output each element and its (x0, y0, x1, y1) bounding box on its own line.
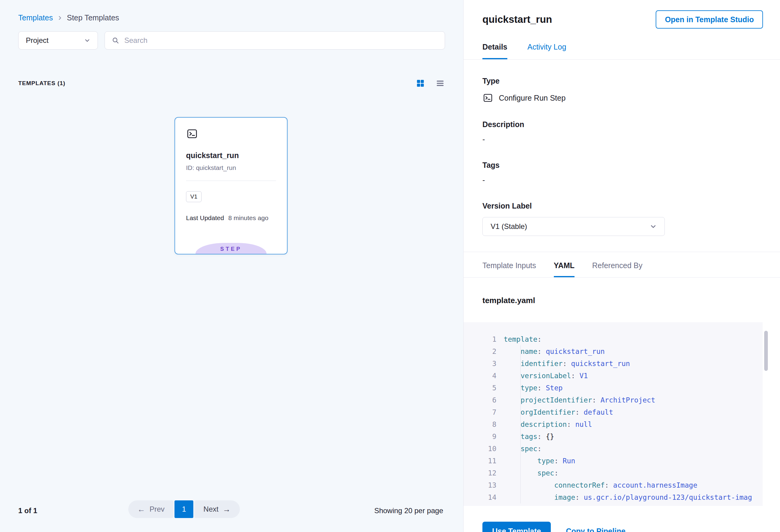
list-header: TEMPLATES (1) (18, 79, 445, 88)
code-line: 8 description: null (464, 418, 769, 430)
card-divider (186, 181, 276, 181)
list-view-icon[interactable] (435, 79, 445, 88)
details-footer: Use Template Copy to Pipeline (482, 522, 763, 532)
open-template-studio-button[interactable]: Open in Template Studio (656, 10, 763, 29)
description-label: Description (482, 120, 763, 129)
details-title: quickstart_run (482, 14, 552, 25)
code-line: 5 type: Step (464, 382, 769, 394)
templates-count-label: TEMPLATES (1) (18, 80, 65, 87)
tab-referenced-by[interactable]: Referenced By (592, 261, 642, 277)
code-line: 4 versionLabel: V1 (464, 370, 769, 382)
search-icon (111, 37, 119, 44)
code-line: 2 name: quickstart_run (464, 345, 769, 357)
last-updated-value: 8 minutes ago (228, 214, 269, 222)
arrow-left-icon: ← (137, 505, 145, 513)
version-label: Version Label (482, 201, 763, 210)
code-line: 9 tags: {} (464, 430, 769, 443)
prev-label: Prev (150, 505, 164, 514)
code-line: 3 identifier: quickstart_run (464, 357, 769, 370)
code-scrollbar-thumb[interactable] (764, 331, 768, 371)
type-row: Configure Run Step (482, 93, 763, 103)
chevron-down-icon (650, 223, 656, 230)
next-page-button[interactable]: Next → (194, 500, 240, 518)
template-details-panel: quickstart_run Open in Template Studio D… (463, 0, 780, 532)
template-card-title: quickstart_run (186, 151, 276, 160)
description-value: - (482, 135, 763, 144)
tags-value: - (482, 176, 763, 185)
yaml-filename: template.yaml (482, 296, 763, 305)
template-card-id: ID: quickstart_run (186, 164, 276, 172)
code-line: 7 orgIdentifier: default (464, 406, 769, 418)
chevron-right-icon (57, 15, 63, 21)
type-label: Type (482, 77, 763, 86)
breadcrumb: Templates Step Templates (18, 13, 445, 22)
template-card[interactable]: quickstart_run ID: quickstart_run V1 Las… (175, 117, 288, 254)
page-count: 1 of 1 (18, 506, 37, 515)
code-line: 6 projectIdentifier: ArchitProject (464, 394, 769, 406)
tab-details[interactable]: Details (482, 43, 507, 59)
page-1-button[interactable]: 1 (175, 500, 193, 518)
code-line: 1template: (464, 333, 769, 345)
chevron-down-icon (84, 37, 90, 44)
template-type-ribbon: STEP (195, 243, 266, 254)
version-select-value: V1 (Stable) (491, 222, 527, 231)
templates-list-panel: Templates Step Templates Project TEMPLAT (0, 0, 463, 532)
version-select[interactable]: V1 (Stable) (482, 217, 665, 236)
use-template-button[interactable]: Use Template (482, 522, 551, 532)
details-header: quickstart_run Open in Template Studio (482, 0, 763, 29)
prev-page-button[interactable]: ← Prev (128, 500, 174, 518)
details-tabs: Details Activity Log (464, 43, 780, 60)
code-scrollbar-track (763, 322, 769, 506)
breadcrumb-current: Step Templates (67, 13, 119, 22)
search-box (105, 31, 445, 50)
search-input[interactable] (124, 36, 438, 45)
next-label: Next (203, 505, 218, 514)
last-updated-label: Last Updated (186, 214, 224, 222)
version-badge: V1 (186, 191, 201, 202)
yaml-code-block[interactable]: 1template:2 name: quickstart_run3 identi… (464, 322, 769, 506)
tags-label: Tags (482, 161, 763, 170)
scope-dropdown[interactable]: Project (18, 31, 98, 50)
copy-to-pipeline-link[interactable]: Copy to Pipeline (566, 527, 626, 532)
grid-view-icon[interactable] (416, 79, 425, 88)
last-updated-row: Last Updated 8 minutes ago (186, 214, 276, 222)
per-page-summary: Showing 20 per page (374, 506, 443, 515)
tab-yaml[interactable]: YAML (554, 261, 575, 277)
scope-dropdown-value: Project (26, 36, 49, 45)
arrow-right-icon: → (223, 505, 231, 513)
filter-row: Project (18, 31, 445, 50)
code-line: 12 spec: (464, 467, 769, 479)
code-line: 13 connectorRef: account.harnessImage (464, 479, 769, 491)
run-step-icon (482, 93, 493, 103)
code-line: 11 type: Run (464, 455, 769, 467)
breadcrumb-templates-link[interactable]: Templates (18, 13, 53, 22)
tab-template-inputs[interactable]: Template Inputs (482, 261, 536, 277)
code-line: 10 spec: (464, 443, 769, 455)
run-step-icon (186, 128, 276, 140)
pagination: ← Prev 1 Next → (128, 500, 240, 518)
code-line: 14 image: us.gcr.io/playground-123/quick… (464, 491, 769, 503)
type-value: Configure Run Step (499, 94, 566, 102)
yaml-tabs: Template Inputs YAML Referenced By (464, 252, 780, 278)
yaml-lines: 1template:2 name: quickstart_run3 identi… (464, 333, 769, 503)
tab-activity-log[interactable]: Activity Log (527, 43, 566, 59)
